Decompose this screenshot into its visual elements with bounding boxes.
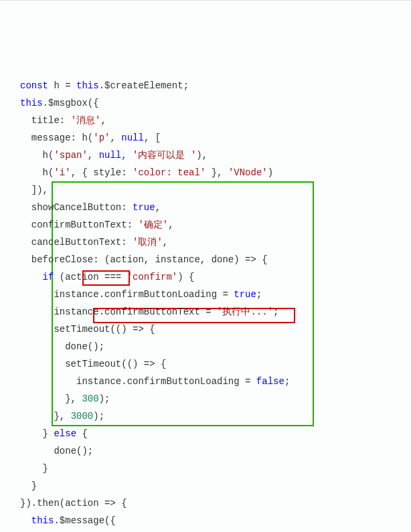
code-token: this [31,515,54,526]
code-token: }, [54,411,70,422]
code-token: instance.confirmButtonLoading = [76,376,256,387]
code-line: confirmButtonText: '确定', [20,216,411,234]
code-token: , [168,219,173,230]
code-token: instance.confirmButtonText = [54,306,217,317]
code-token: setTimeout(() => { [65,359,166,369]
code-line: } [20,477,411,495]
code-token: null [99,150,122,161]
code-line: h('i', { style: 'color: teal' }, 'VNode'… [20,164,411,181]
code-token: .$msgbox({ [43,98,99,108]
code-token: if [43,272,54,282]
code-token: h( [43,150,54,161]
code-line: this.$msgbox({ [20,94,411,112]
code-line: setTimeout(() => { [20,355,411,373]
code-token: '执行中...' [217,306,273,317]
code-token: }).then(action => { [20,498,127,509]
code-token: 300 [82,393,98,404]
code-token: '内容可以是 ' [133,150,196,161]
code-line: } [20,460,411,477]
code-block: const h = this.$createElement;this.$msgb… [20,7,411,532]
code-token: done(); [65,341,104,352]
code-line: instance.confirmButtonLoading = true; [20,286,411,303]
code-line: if (action === 'confirm') { [20,268,411,286]
code-line: type: 'info', [20,529,411,532]
code-line: cancelButtonText: '取消', [20,234,411,251]
code-token: 'confirm' [127,272,178,282]
code-token: cancelButtonText: [31,237,133,248]
code-token: , [ [144,132,161,143]
code-token: , [155,202,161,213]
code-line: instance.confirmButtonText = '执行中...'; [20,303,411,321]
code-token: setTimeout(() => { [54,324,155,335]
code-token: ; [284,376,290,387]
code-token: true [133,202,155,213]
code-token: null [121,132,144,143]
code-token: 'p' [93,132,110,143]
code-token: , [163,237,168,248]
code-line: }, 300); [20,390,411,408]
code-token: (action === [54,272,127,282]
code-line: showCancelButton: true, [20,199,411,216]
code-token: , [88,150,99,161]
code-token: confirmButtonText: [31,219,139,230]
code-token: , [100,115,106,126]
code-token: const [20,80,48,91]
code-token: { [76,428,88,439]
code-line: } else { [20,425,411,442]
code-token: h = [48,80,76,91]
code-token: ), [196,150,208,161]
code-token: false [256,376,284,387]
code-line: beforeClose: (action, instance, done) =>… [20,251,411,268]
code-token: message: h( [31,132,93,143]
code-line: message: h('p', null, [ [20,129,411,147]
code-token: done(); [54,446,93,456]
code-line: ]), [20,181,411,199]
code-token: ]), [31,185,48,195]
code-token: showCancelButton: [31,202,133,213]
code-token: .$createElement; [99,80,189,91]
code-token: 'color: teal' [133,167,206,178]
code-token: beforeClose: (action, instance, done) =>… [31,254,268,265]
code-token: ; [256,289,262,300]
code-token: } [31,480,37,491]
code-line: instance.confirmButtonLoading = false; [20,373,411,390]
code-token: } [43,428,54,439]
code-line: }, 3000); [20,408,411,425]
code-line: }).then(action => { [20,495,411,512]
code-line: done(); [20,442,411,460]
code-token: '消息' [71,115,101,126]
code-token: , { style: [71,167,133,178]
code-token: .$message({ [54,515,115,526]
code-token: true [234,289,256,300]
code-token: '确定' [138,219,168,230]
code-token: }, [65,393,82,404]
code-token: '取消' [133,237,163,248]
code-token: this [20,98,43,108]
code-line: h('span', null, '内容可以是 '), [20,147,411,164]
code-token: ; [273,306,278,317]
code-token: ); [93,411,104,422]
code-token: 'VNode' [228,167,268,178]
code-token: ) [268,167,273,178]
code-token: ) { [177,272,194,282]
code-token: 'i' [54,167,70,178]
code-line: const h = this.$createElement; [20,77,411,94]
code-line: title: '消息', [20,112,411,129]
code-line: setTimeout(() => { [20,321,411,338]
code-line: this.$message({ [20,512,411,529]
code-token: 3000 [71,411,94,422]
code-token: , [110,132,121,143]
code-token: title: [31,115,71,126]
code-token: this [76,80,99,91]
code-token: } [43,463,48,474]
code-token: , [121,150,133,161]
code-token: }, [206,167,228,178]
code-token: else [54,428,76,439]
code-token: ); [99,393,110,404]
code-token: h( [43,167,54,178]
code-token: instance.confirmButtonLoading = [54,289,234,300]
code-line: done(); [20,338,411,355]
code-token: 'span' [54,150,87,161]
